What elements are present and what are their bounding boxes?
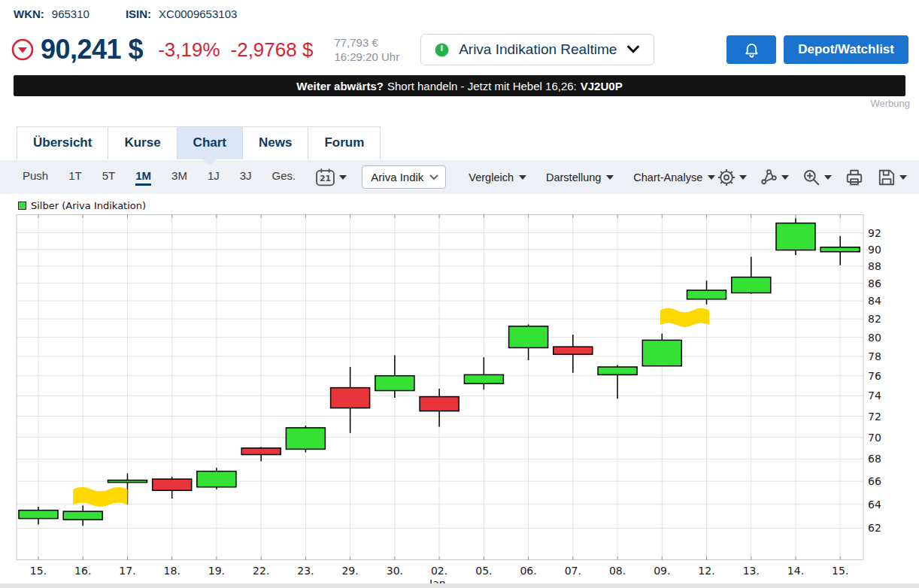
range-3j[interactable]: 3J: [240, 169, 252, 186]
candle-05.: [464, 357, 503, 389]
candle-13.: [732, 257, 771, 294]
candle-18.: [153, 477, 192, 499]
range-5t[interactable]: 5T: [102, 169, 116, 186]
menu-chart-analyse[interactable]: Chart-Analyse: [633, 171, 715, 183]
gear-icon: [717, 168, 736, 187]
quote-source-dropdown[interactable]: Ariva Indikation Realtime: [420, 34, 654, 65]
ad-text: Short handeln - Jetzt mit Hebel 16,26:: [387, 80, 577, 92]
settings-button[interactable]: [717, 168, 747, 187]
wkn-value: 965310: [52, 8, 89, 20]
alert-bell-button[interactable]: [726, 35, 776, 64]
header-actions: Depot/Watchlist: [726, 35, 908, 64]
menu-vergleich[interactable]: Vergleich: [469, 171, 526, 183]
candle-02.: [420, 389, 459, 427]
candle-09.: [642, 334, 681, 366]
range-3m[interactable]: 3M: [171, 169, 187, 186]
dropdown-arrow-icon: [781, 175, 789, 180]
range-1m[interactable]: 1M: [135, 169, 151, 186]
chevron-down-icon: [429, 174, 438, 180]
ad-banner[interactable]: Weiter abwärts? Short handeln - Jetzt mi…: [14, 75, 905, 96]
price-chart[interactable]: 6264666870727476788082848688909215.16.17…: [0, 214, 919, 588]
print-button[interactable]: [845, 168, 864, 187]
svg-text:74: 74: [868, 389, 881, 402]
chart-menus: Vergleich Darstellung Chart-Analyse: [469, 171, 715, 183]
candle-07.: [554, 335, 593, 373]
y-axis-labels: 62646668707274767880828486889092: [868, 227, 881, 535]
depot-watchlist-button[interactable]: Depot/Watchlist: [784, 35, 908, 64]
svg-text:80: 80: [868, 332, 881, 344]
svg-text:08.: 08.: [609, 565, 626, 577]
instrument-codes: WKN: 965310 ISIN: XC0009653103: [14, 8, 237, 20]
quote-source-label: Ariva Indikation Realtime: [459, 41, 617, 58]
svg-text:15.: 15.: [30, 565, 47, 577]
svg-text:92: 92: [868, 227, 881, 239]
candle-16.: [63, 505, 102, 526]
legend-label: Silber (Ariva Indikation): [31, 200, 146, 211]
svg-text:16.: 16.: [74, 565, 91, 577]
tab-kurse[interactable]: Kurse: [108, 126, 177, 159]
isin-label: ISIN:: [126, 8, 151, 20]
candle-14.: [776, 218, 815, 255]
dropdown-arrow-icon: [899, 175, 907, 180]
calendar-icon: 21: [315, 168, 335, 187]
ad-lead: Weiter abwärts?: [296, 80, 384, 92]
svg-text:07.: 07.: [565, 565, 581, 577]
candle-08.: [598, 365, 637, 399]
svg-text:18.: 18.: [164, 565, 180, 577]
dropdown-arrow-icon: [339, 175, 347, 180]
marker-highlight: [73, 487, 127, 507]
svg-text:90: 90: [868, 244, 881, 256]
quote-time: 16:29:20 Uhr: [334, 50, 399, 64]
dropdown-arrow-icon: [824, 175, 832, 180]
eur-quote-time: 77,793 € 16:29:20 Uhr: [334, 35, 399, 64]
date-range-picker[interactable]: 21: [315, 168, 347, 187]
dropdown-arrow-icon: [606, 175, 614, 180]
svg-text:02.: 02.: [431, 565, 447, 577]
tab-chart[interactable]: Chart: [177, 126, 243, 159]
svg-text:84: 84: [868, 295, 881, 307]
svg-text:78: 78: [868, 350, 881, 362]
svg-text:21: 21: [320, 174, 331, 183]
save-button[interactable]: [877, 168, 907, 187]
svg-text:62: 62: [868, 522, 881, 534]
range-ges[interactable]: Ges.: [272, 169, 296, 186]
highlight-annotations: [73, 308, 709, 507]
bell-icon: [743, 41, 760, 59]
page: WKN: 965310 ISIN: XC0009653103 90,241 $ …: [0, 0, 919, 588]
svg-text:06.: 06.: [520, 565, 536, 577]
menu-darstellung[interactable]: Darstellung: [546, 171, 614, 183]
indicators-button[interactable]: [760, 168, 789, 186]
chart-source-select[interactable]: Ariva Indik: [362, 165, 446, 189]
zoom-button[interactable]: [802, 168, 832, 187]
isin-value: XC0009653103: [159, 8, 237, 20]
candle-19.: [197, 468, 236, 489]
candle-15.: [820, 236, 860, 265]
range-1t[interactable]: 1T: [68, 169, 82, 186]
svg-text:70: 70: [868, 432, 881, 444]
svg-text:82: 82: [868, 313, 881, 325]
chart-toolbar: Push 1T 5T 1M 3M 1J 3J Ges. 21 Ariva Ind…: [0, 160, 919, 194]
candle-15.: [19, 507, 58, 525]
candle-29.: [331, 367, 370, 433]
range-push[interactable]: Push: [23, 169, 48, 186]
range-selector: Push 1T 5T 1M 3M 1J 3J Ges.: [23, 169, 296, 186]
tab-news[interactable]: News: [242, 126, 308, 159]
printer-icon: [845, 168, 864, 187]
last-price: 90,241 $: [41, 34, 143, 65]
svg-text:14.: 14.: [787, 565, 804, 577]
tab-forum[interactable]: Forum: [308, 126, 381, 159]
candle-23.: [286, 426, 325, 453]
dropdown-arrow-icon: [739, 175, 747, 180]
wkn-label: WKN:: [14, 8, 44, 20]
svg-text:66: 66: [868, 475, 881, 487]
legend-color-swatch: [18, 202, 26, 210]
svg-text:64: 64: [868, 499, 881, 511]
change-absolute: -2,9768 $: [231, 38, 314, 62]
tab-uebersicht[interactable]: Übersicht: [17, 126, 108, 159]
range-1j[interactable]: 1J: [208, 169, 220, 186]
floppy-disk-icon: [877, 168, 896, 187]
main-tabs: Übersicht Kurse Chart News Forum: [17, 126, 381, 159]
candle-06.: [509, 324, 548, 360]
svg-text:76: 76: [868, 370, 881, 382]
svg-text:30.: 30.: [387, 565, 403, 577]
